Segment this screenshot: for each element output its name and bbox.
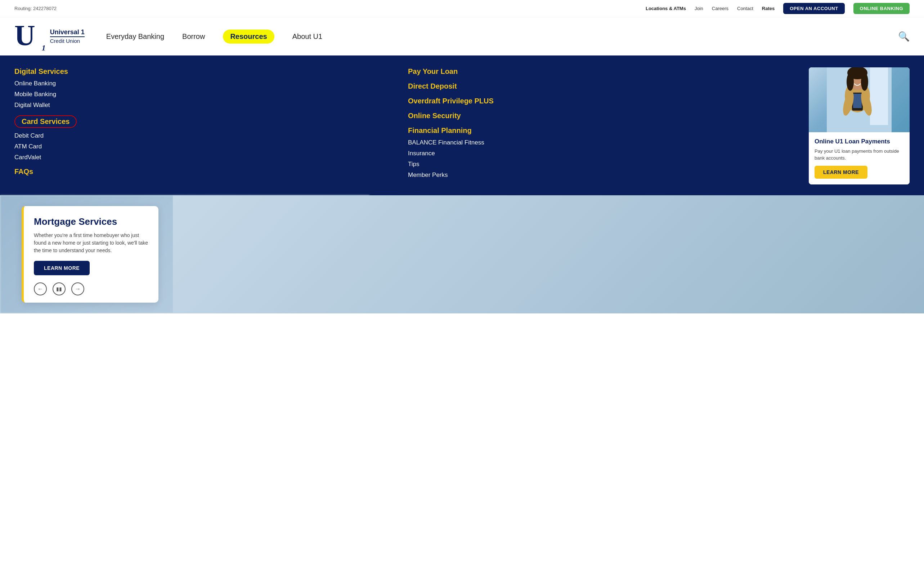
- hero-section: Mortgage Services Whether you're a first…: [0, 195, 924, 313]
- promo-card-container: Online U1 Loan Payments Pay your U1 loan…: [802, 68, 910, 184]
- tips-link[interactable]: Tips: [408, 161, 791, 168]
- card-services-heading[interactable]: Card Services: [14, 115, 77, 128]
- main-navigation: Everyday Banking Borrow Resources About …: [106, 30, 910, 44]
- utility-bar: Routing: 242278072 Locations & ATMs Join…: [0, 0, 924, 17]
- promo-card: Online U1 Loan Payments Pay your U1 loan…: [809, 68, 910, 184]
- online-security-heading[interactable]: Online Security: [408, 112, 791, 120]
- hero-text: Whether you're a first time homebuyer wh…: [34, 231, 148, 254]
- hero-learn-more-button[interactable]: LEARN MORE: [34, 261, 90, 275]
- balance-financial-fitness-link[interactable]: BALANCE Financial Fitness: [408, 139, 791, 146]
- menu-col-2: Pay Your Loan Direct Deposit Overdraft P…: [408, 68, 802, 184]
- svg-point-6: [861, 73, 868, 91]
- hero-card: Mortgage Services Whether you're a first…: [22, 206, 159, 303]
- promo-card-text: Pay your U1 loan payments from outside b…: [814, 148, 904, 161]
- direct-deposit-heading[interactable]: Direct Deposit: [408, 82, 791, 90]
- insurance-link[interactable]: Insurance: [408, 150, 791, 157]
- carousel-pause-button[interactable]: ▮▮: [52, 283, 66, 295]
- carousel-next-button[interactable]: →: [71, 283, 84, 295]
- cardvalet-link[interactable]: CardValet: [14, 154, 397, 161]
- person-with-phone-illustration: [827, 68, 892, 132]
- atm-card-link[interactable]: ATM Card: [14, 143, 397, 150]
- promo-card-image: [809, 68, 910, 132]
- promo-card-title: Online U1 Loan Payments: [814, 138, 904, 145]
- digital-services-heading[interactable]: Digital Services: [14, 68, 397, 76]
- join-link[interactable]: Join: [694, 6, 703, 11]
- site-header: U 1 Universal 1 Credit Union Everyday Ba…: [0, 17, 924, 57]
- resources-mega-menu: Digital Services Online Banking Mobile B…: [0, 57, 924, 195]
- logo-letter: U 1: [14, 21, 46, 52]
- search-icon[interactable]: 🔍: [898, 31, 910, 42]
- debit-card-link[interactable]: Debit Card: [14, 132, 397, 140]
- promo-learn-more-button[interactable]: LEARN MORE: [814, 166, 867, 179]
- careers-link[interactable]: Careers: [712, 6, 729, 11]
- carousel-controls: ← ▮▮ →: [34, 283, 148, 295]
- rates-link[interactable]: Rates: [762, 6, 774, 11]
- member-perks-link[interactable]: Member Perks: [408, 171, 791, 179]
- financial-planning-heading[interactable]: Financial Planning: [408, 126, 791, 135]
- svg-rect-1: [870, 68, 888, 125]
- contact-link[interactable]: Contact: [737, 6, 753, 11]
- promo-card-body: Online U1 Loan Payments Pay your U1 loan…: [809, 132, 910, 184]
- digital-wallet-link[interactable]: Digital Wallet: [14, 102, 397, 109]
- hero-title: Mortgage Services: [34, 216, 148, 227]
- nav-borrow[interactable]: Borrow: [182, 30, 205, 44]
- open-account-button[interactable]: OPEN AN ACCOUNT: [783, 3, 844, 14]
- svg-rect-8: [853, 94, 862, 108]
- nav-resources[interactable]: Resources: [223, 30, 274, 44]
- nav-everyday-banking[interactable]: Everyday Banking: [106, 30, 164, 44]
- faqs-heading[interactable]: FAQs: [14, 168, 397, 176]
- overdraft-privilege-heading[interactable]: Overdraft Privilege PLUS: [408, 97, 791, 105]
- mobile-banking-link[interactable]: Mobile Banking: [14, 91, 397, 98]
- menu-col-1: Digital Services Online Banking Mobile B…: [14, 68, 408, 184]
- pay-your-loan-heading[interactable]: Pay Your Loan: [408, 68, 791, 76]
- online-banking-button[interactable]: ONLINE BANKING: [854, 3, 910, 14]
- routing-number: Routing: 242278072: [14, 6, 57, 11]
- hero-background-right: [173, 195, 924, 313]
- logo-text: Universal 1 Credit Union: [50, 29, 85, 44]
- online-banking-link[interactable]: Online Banking: [14, 80, 397, 87]
- locations-atms-link[interactable]: Locations & ATMs: [646, 6, 686, 11]
- logo[interactable]: U 1 Universal 1 Credit Union: [14, 21, 85, 52]
- nav-about-u1[interactable]: About U1: [292, 30, 322, 44]
- svg-point-5: [847, 73, 854, 91]
- carousel-prev-button[interactable]: ←: [34, 283, 47, 295]
